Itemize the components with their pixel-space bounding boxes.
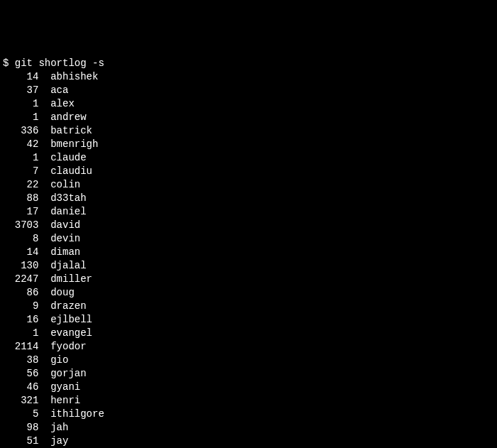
commit-count: 8 <box>3 232 38 246</box>
separator <box>38 138 50 151</box>
output-row: 42 bmenrigh <box>3 138 494 151</box>
output-row: 17 daniel <box>3 205 494 219</box>
output-row: 2247 dmiller <box>3 273 494 286</box>
command-text: git shortlog -s <box>15 58 104 69</box>
author-name: fyodor <box>50 341 86 352</box>
output-row: 86 doug <box>3 286 494 300</box>
commit-count: 98 <box>3 421 38 435</box>
separator <box>38 408 50 421</box>
separator <box>38 205 50 219</box>
commit-count: 1 <box>3 97 38 111</box>
output-row: 51 jay <box>3 435 494 448</box>
author-name: aca <box>50 84 68 96</box>
commit-count: 1 <box>3 327 38 340</box>
separator <box>38 232 50 246</box>
separator <box>38 165 50 178</box>
prompt-line: $ git shortlog -s <box>3 57 494 70</box>
separator <box>38 354 50 367</box>
output-row: 3703 david <box>3 219 494 232</box>
author-name: djalal <box>50 260 86 271</box>
separator <box>38 394 50 408</box>
commit-count: 14 <box>3 70 38 84</box>
commit-count: 321 <box>3 394 38 408</box>
output-row: 336 batrick <box>3 124 494 138</box>
separator <box>38 367 50 381</box>
author-name: batrick <box>50 125 92 136</box>
output-row: 16 ejlbell <box>3 313 494 327</box>
output-row: 14 diman <box>3 246 494 259</box>
separator <box>38 97 50 111</box>
output-row: 98 jah <box>3 421 494 435</box>
commit-count: 42 <box>3 138 38 151</box>
separator <box>38 84 50 97</box>
output-row: 8 devin <box>3 232 494 246</box>
commit-count: 7 <box>3 165 38 178</box>
commit-count: 130 <box>3 259 38 273</box>
author-name: ithilgore <box>50 408 104 420</box>
separator <box>38 124 50 138</box>
commit-count: 46 <box>3 381 38 394</box>
output-row: 56 gorjan <box>3 367 494 381</box>
separator <box>38 192 50 205</box>
output-row: 1 evangel <box>3 327 494 340</box>
commit-count: 88 <box>3 192 38 205</box>
author-name: doug <box>50 287 75 298</box>
author-name: colin <box>50 179 80 190</box>
author-name: dmiller <box>50 273 92 285</box>
output-row: 2114 fyodor <box>3 340 494 354</box>
separator <box>38 259 50 273</box>
author-name: alex <box>50 98 75 109</box>
author-name: claudiu <box>50 165 92 177</box>
separator <box>38 340 50 354</box>
author-name: devin <box>50 233 80 244</box>
author-name: jay <box>50 435 68 447</box>
commit-count: 14 <box>3 246 38 259</box>
commit-count: 22 <box>3 178 38 192</box>
command-output: 14 abhishek37 aca1 alex1 andrew336 batri… <box>3 70 494 448</box>
commit-count: 56 <box>3 367 38 381</box>
author-name: evangel <box>50 327 92 339</box>
separator <box>38 151 50 165</box>
author-name: drazen <box>50 300 86 312</box>
separator <box>38 286 50 300</box>
commit-count: 3703 <box>3 219 38 232</box>
commit-count: 38 <box>3 354 38 367</box>
author-name: david <box>50 219 80 231</box>
commit-count: 5 <box>3 408 38 421</box>
author-name: claude <box>50 152 86 163</box>
prompt-symbol: $ <box>3 58 15 69</box>
separator <box>38 246 50 259</box>
author-name: daniel <box>50 206 86 217</box>
output-row: 46 gyani <box>3 381 494 394</box>
author-name: diman <box>50 246 80 258</box>
commit-count: 1 <box>3 111 38 124</box>
separator <box>38 313 50 327</box>
commit-count: 336 <box>3 124 38 138</box>
author-name: bmenrigh <box>50 138 98 150</box>
output-row: 38 gio <box>3 354 494 367</box>
separator <box>38 381 50 394</box>
commit-count: 2247 <box>3 273 38 286</box>
output-row: 1 andrew <box>3 111 494 124</box>
author-name: abhishek <box>50 71 98 82</box>
author-name: d33tah <box>50 192 86 204</box>
separator <box>38 327 50 340</box>
author-name: gio <box>50 354 68 366</box>
author-name: gyani <box>50 381 80 393</box>
author-name: ejlbell <box>50 314 92 325</box>
output-row: 7 claudiu <box>3 165 494 178</box>
separator <box>38 111 50 124</box>
commit-count: 9 <box>3 300 38 313</box>
commit-count: 17 <box>3 205 38 219</box>
author-name: jah <box>50 422 68 433</box>
output-row: 1 claude <box>3 151 494 165</box>
output-row: 130 djalal <box>3 259 494 273</box>
output-row: 9 drazen <box>3 300 494 313</box>
output-row: 1 alex <box>3 97 494 111</box>
terminal[interactable]: $ git shortlog -s14 abhishek37 aca1 alex… <box>3 57 494 448</box>
output-row: 321 henri <box>3 394 494 408</box>
commit-count: 86 <box>3 286 38 300</box>
commit-count: 37 <box>3 84 38 97</box>
separator <box>38 219 50 232</box>
output-row: 14 abhishek <box>3 70 494 84</box>
